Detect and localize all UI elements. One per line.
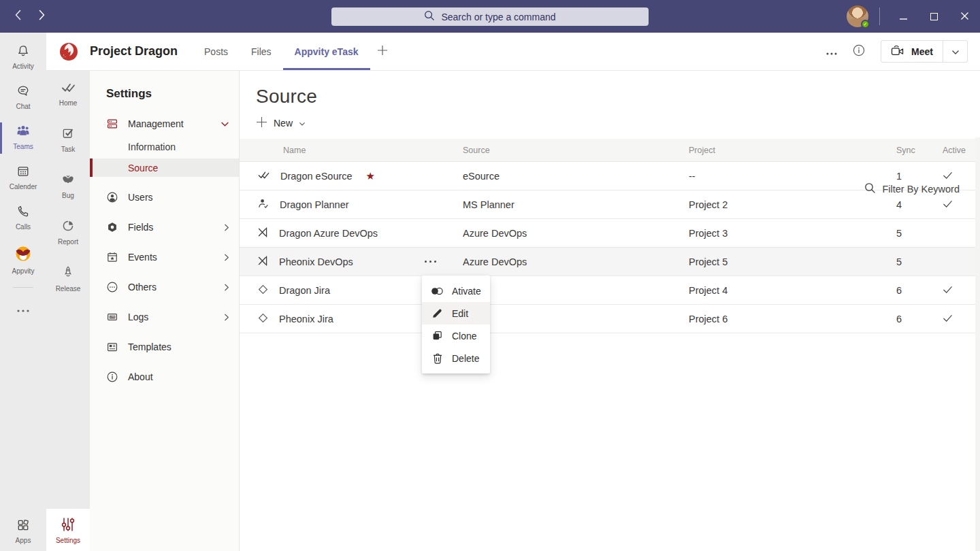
rail-item-calls[interactable]: Calls: [0, 201, 46, 235]
settings-item-logs[interactable]: LOG Logs: [90, 307, 239, 327]
settings-item-label: Others: [128, 282, 157, 293]
person-check-icon: [257, 197, 270, 212]
menu-item-edit[interactable]: Edit: [422, 302, 490, 324]
tab-files[interactable]: Files: [240, 33, 283, 70]
chevron-right-icon: [39, 10, 45, 23]
settings-panel: Settings Management Information Source U…: [90, 71, 240, 551]
maximize-button[interactable]: [919, 0, 949, 33]
nav-item-task[interactable]: Task: [61, 127, 76, 153]
settings-item-management[interactable]: Management: [90, 114, 239, 133]
nav-item-settings[interactable]: Settings: [46, 509, 90, 551]
table-header: Name Source Project Sync Active: [240, 139, 980, 162]
settings-item-label: Users: [128, 192, 153, 203]
menu-item-activate[interactable]: Ativate: [422, 280, 490, 302]
row-name: Dragon Planner: [280, 199, 349, 210]
menu-item-label: Delete: [452, 353, 479, 364]
rail-label: Teams: [13, 143, 33, 150]
table-row[interactable]: Pheonix Jira Project 6 6: [240, 305, 980, 333]
chevron-down-icon: [299, 118, 306, 129]
settings-item-events[interactable]: Events: [90, 248, 239, 267]
settings-item-label: Information: [128, 141, 176, 152]
row-active: [943, 171, 980, 182]
team-logo-dragon: [57, 40, 80, 63]
app-rail: Activity Chat Teams Calender Calls Appvi…: [0, 33, 46, 551]
rail-item-activity[interactable]: Activity: [0, 41, 46, 74]
settings-item-others[interactable]: Others: [90, 278, 239, 297]
bug-icon: [61, 173, 76, 189]
etask-nav: Home Task Bug Report Release: [46, 71, 90, 551]
filter-by-keyword[interactable]: Filter By Keyword: [864, 182, 960, 196]
settings-item-label: Templates: [128, 341, 172, 352]
settings-item-source[interactable]: Source: [90, 158, 239, 177]
tab-appvity-etask[interactable]: Appvity eTask: [283, 33, 370, 70]
devops-icon: [257, 255, 269, 269]
minimize-button[interactable]: [888, 0, 919, 33]
more-options-button[interactable]: [826, 46, 837, 58]
rail-item-chat[interactable]: Chat: [0, 81, 46, 114]
meet-dropdown-button[interactable]: [943, 41, 967, 62]
rail-item-apps[interactable]: Apps: [0, 515, 46, 548]
nav-label: Task: [61, 146, 76, 153]
search-icon: [424, 10, 435, 23]
settings-item-templates[interactable]: Templates: [90, 337, 239, 356]
filter-label: Filter By Keyword: [882, 184, 960, 195]
info-icon: [106, 371, 118, 383]
nav-item-release[interactable]: Release: [56, 265, 81, 293]
table-row[interactable]: Pheonix DevOps Azure DevOps Project 5 5: [240, 248, 980, 276]
add-tab-button[interactable]: [370, 45, 395, 59]
new-button[interactable]: New: [256, 114, 317, 132]
chevron-down-icon: [220, 121, 229, 127]
nav-item-report[interactable]: Report: [58, 219, 78, 246]
column-header-name: Name: [240, 146, 463, 155]
forward-button[interactable]: [33, 7, 50, 25]
nav-label: Report: [58, 238, 78, 246]
row-project: Project 2: [689, 199, 896, 210]
row-active: [943, 285, 980, 296]
settings-item-label: Events: [128, 252, 157, 263]
calendar-icon: [16, 165, 30, 181]
column-header-sync: Sync: [896, 146, 943, 155]
row-name: Dragon Jira: [279, 285, 330, 296]
settings-item-label: Management: [128, 118, 184, 129]
menu-item-clone[interactable]: Clone: [422, 324, 490, 347]
rail-item-appvity[interactable]: Appvity: [0, 241, 46, 279]
diamond-icon: [257, 284, 269, 297]
back-button[interactable]: [9, 7, 27, 25]
row-name: Dragon Azure DevOps: [279, 228, 378, 239]
nav-item-home[interactable]: Home: [59, 82, 78, 107]
settings-item-fields[interactable]: Fields: [90, 218, 239, 237]
row-project: Project 6: [689, 314, 896, 324]
tab-posts[interactable]: Posts: [193, 33, 240, 70]
rail-divider: [13, 287, 33, 288]
table-row[interactable]: Dragon Azure DevOps Azure DevOps Project…: [240, 219, 980, 248]
settings-item-about[interactable]: About: [90, 367, 239, 386]
command-search-input[interactable]: Search or type a command: [331, 7, 649, 26]
meet-button[interactable]: Meet: [881, 41, 943, 62]
info-circle-icon: [852, 44, 866, 60]
circle-ellipsis-icon: [106, 281, 118, 293]
row-actions-button[interactable]: [422, 255, 439, 268]
nav-label: Settings: [56, 537, 80, 544]
nav-label: Bug: [62, 192, 74, 199]
close-button[interactable]: [949, 0, 980, 33]
rail-item-calendar[interactable]: Calender: [0, 161, 46, 195]
plus-icon: [256, 116, 267, 130]
settings-item-information[interactable]: Information: [90, 137, 239, 156]
scrollbar[interactable]: [975, 137, 980, 551]
settings-item-users[interactable]: Users: [90, 188, 239, 207]
channel-info-button[interactable]: [852, 44, 866, 60]
rail-item-teams[interactable]: Teams: [0, 121, 46, 154]
avatar[interactable]: ✓: [847, 5, 868, 27]
nav-item-bug[interactable]: Bug: [61, 173, 76, 199]
chevron-right-icon: [224, 283, 229, 292]
devops-icon: [257, 227, 269, 240]
menu-item-delete[interactable]: Delete: [422, 347, 490, 369]
row-name: Pheonix DevOps: [279, 256, 353, 267]
table-row[interactable]: Dragon Jira Project 4 6: [240, 276, 980, 305]
svg-text:LOG: LOG: [110, 316, 115, 318]
column-header-source: Source: [463, 146, 689, 155]
bell-icon: [16, 44, 30, 61]
rail-more-button[interactable]: [13, 299, 33, 319]
double-check-icon: [257, 170, 270, 182]
channel-tabs: Posts Files Appvity eTask: [193, 33, 370, 70]
